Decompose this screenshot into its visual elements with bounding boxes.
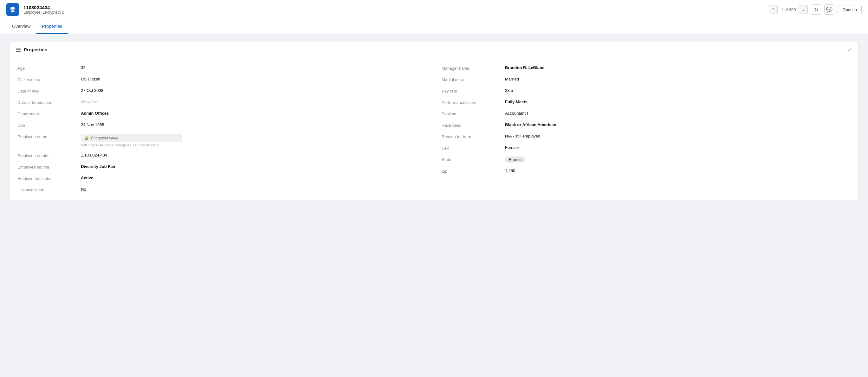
prop-value-manager-name: Brandon R. LeBlanc xyxy=(505,65,850,70)
prop-label-position: Position xyxy=(442,111,505,116)
prop-value-department: Admin Offices xyxy=(81,111,426,116)
prop-row-reason-for-term: Reason for term N/A - still employed xyxy=(442,131,850,142)
prop-row-employment-status: Employment status Active xyxy=(18,173,426,184)
tab-properties[interactable]: Properties xyxy=(36,19,68,34)
encrypted-field: 🔒 Encrypted value xyxy=(81,134,182,142)
refresh-button[interactable]: ↻ xyxy=(811,4,821,14)
lock-icon: 🔒 xyxy=(84,136,89,140)
prop-row-department: Department Admin Offices xyxy=(18,108,426,119)
prop-row-pay-rate: Pay rate 28.5 xyxy=(442,85,850,97)
expand-icon[interactable]: ⤢ xyxy=(848,46,852,53)
properties-header-left: Properties xyxy=(16,47,47,52)
properties-right-col: Manager name Brandon R. LeBlanc Marital … xyxy=(434,57,858,201)
prop-row-dob: Dob 24 Nov 1985 xyxy=(18,119,426,131)
pagination-label: 1 of 309 xyxy=(779,7,798,12)
prop-label-date-of-termination: Date of termination xyxy=(18,100,81,105)
prop-value-dob: 24 Nov 1985 xyxy=(81,122,426,127)
prop-label-dob: Dob xyxy=(18,122,81,128)
prop-value-state: France xyxy=(505,157,850,163)
prop-row-date-of-hire: Date of hire 27 Oct 2008 xyxy=(18,85,426,97)
prop-value-performance-score: Fully Meets xyxy=(505,100,850,104)
prop-row-employee-number: Employee number 1,103,024,434 xyxy=(18,150,426,161)
prop-row-hispanic-latino: Hispanic latino No xyxy=(18,184,426,196)
prop-label-date-of-hire: Date of hire xyxy=(18,88,81,94)
encrypted-hash: bBfPEqrxTFAUfVt+m5MzQgiUGTez/3S4pWFiroF2 xyxy=(81,143,182,147)
prop-label-zip: Zip xyxy=(442,168,505,174)
prop-value-zip: 1,450 xyxy=(505,168,850,173)
prop-value-citizen-desc: US Citizen xyxy=(81,77,426,81)
prop-row-race-desc: Race desc Black or African American xyxy=(442,119,850,131)
comment-button[interactable]: 💬 xyxy=(824,4,834,14)
properties-body: Age 32 Citizen desc US Citizen Date of h… xyxy=(10,57,858,201)
prop-label-reason-for-term: Reason for term xyxy=(442,134,505,139)
prop-value-sex: Female xyxy=(505,145,850,150)
prop-label-marital-desc: Marital desc xyxy=(442,77,505,82)
prop-value-marital-desc: Married xyxy=(505,77,850,81)
prop-row-marital-desc: Marital desc Married xyxy=(442,74,850,85)
main-content: Properties ⤢ Age 32 Citizen desc US Citi… xyxy=(0,34,868,208)
prop-value-pay-rate: 28.5 xyxy=(505,88,850,93)
record-subtitle: Employee [Encrypted] 2 xyxy=(24,10,64,14)
prop-value-age: 32 xyxy=(81,65,426,70)
prop-label-race-desc: Race desc xyxy=(442,122,505,128)
prop-row-zip: Zip 1,450 xyxy=(442,165,850,177)
prop-value-position: Accountant I xyxy=(505,111,850,116)
prop-value-reason-for-term: N/A - still employed xyxy=(505,134,850,138)
prop-row-employee-name: Employee name 🔒 Encrypted value bBfPEqrx… xyxy=(18,131,426,150)
prop-value-hispanic-latino: No xyxy=(81,187,426,192)
tab-overview[interactable]: Overview xyxy=(6,19,36,34)
prop-row-position: Position Accountant I xyxy=(442,108,850,119)
prop-label-pay-rate: Pay rate xyxy=(442,88,505,94)
prop-value-date-of-hire: 27 Oct 2008 xyxy=(81,88,426,93)
prop-row-manager-name: Manager name Brandon R. LeBlanc xyxy=(442,62,850,74)
properties-card: Properties ⤢ Age 32 Citizen desc US Citi… xyxy=(9,42,859,201)
app-header: 1103024434 Employee [Encrypted] 2 ⌃ 1 of… xyxy=(0,0,868,19)
pagination-prev-button[interactable]: ⌃ xyxy=(769,5,778,14)
prop-value-date-of-termination: No value xyxy=(81,100,426,104)
pagination: ⌃ 1 of 309 ⌄ xyxy=(769,5,808,14)
prop-label-sex: Sex xyxy=(442,145,505,150)
prop-label-manager-name: Manager name xyxy=(442,65,505,71)
prop-label-department: Department xyxy=(18,111,81,116)
pagination-next-button[interactable]: ⌄ xyxy=(799,5,808,14)
prop-label-age: Age xyxy=(18,65,81,71)
list-icon xyxy=(16,48,21,52)
prop-label-employee-name: Employee name xyxy=(18,134,81,139)
prop-row-age: Age 32 xyxy=(18,62,426,74)
prop-row-sex: Sex Female xyxy=(442,142,850,153)
prop-label-employment-status: Employment status xyxy=(18,175,81,181)
prop-value-employee-name: 🔒 Encrypted value bBfPEqrxTFAUfVt+m5MzQg… xyxy=(81,134,426,147)
prop-value-employment-status: Active xyxy=(81,175,426,180)
prop-row-citizen-desc: Citizen desc US Citizen xyxy=(18,74,426,85)
prop-label-performance-score: Performance score xyxy=(442,100,505,105)
app-icon xyxy=(6,3,19,16)
prop-value-employee-source: Diversity Job Fair xyxy=(81,164,426,169)
prop-label-employee-number: Employee number xyxy=(18,153,81,158)
prop-row-date-of-termination: Date of termination No value xyxy=(18,97,426,108)
prop-row-employee-source: Employee source Diversity Job Fair xyxy=(18,161,426,173)
header-right: ⌃ 1 of 309 ⌄ ↻ 💬 Open in xyxy=(769,4,862,14)
encrypted-value-label: Encrypted value xyxy=(91,136,118,140)
prop-row-state: State France xyxy=(442,153,850,165)
properties-card-header: Properties ⤢ xyxy=(10,42,858,57)
tabs-bar: Overview Properties xyxy=(0,19,868,34)
prop-value-employee-number: 1,103,024,434 xyxy=(81,153,426,158)
prop-row-performance-score: Performance score Fully Meets xyxy=(442,97,850,108)
open-in-button[interactable]: Open in xyxy=(838,5,862,14)
state-chip: France xyxy=(505,157,525,163)
prop-label-hispanic-latino: Hispanic latino xyxy=(18,187,81,192)
prop-label-citizen-desc: Citizen desc xyxy=(18,77,81,82)
record-id: 1103024434 xyxy=(24,5,64,10)
app-logo-icon xyxy=(9,6,16,13)
prop-label-state: State xyxy=(442,157,505,162)
prop-value-race-desc: Black or African American xyxy=(505,122,850,127)
header-left: 1103024434 Employee [Encrypted] 2 xyxy=(6,3,64,16)
properties-left-col: Age 32 Citizen desc US Citizen Date of h… xyxy=(10,57,434,201)
properties-title: Properties xyxy=(24,47,47,52)
header-titles: 1103024434 Employee [Encrypted] 2 xyxy=(24,5,64,14)
prop-label-employee-source: Employee source xyxy=(18,164,81,170)
